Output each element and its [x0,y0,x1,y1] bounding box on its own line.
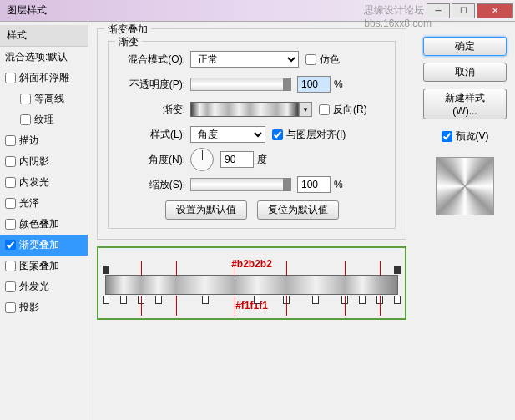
reverse-checkbox[interactable] [319,104,330,115]
annotation-line [345,296,346,316]
sidebar: 样式 混合选项:默认 斜面和浮雕等高线纹理描边内阴影内发光光泽颜色叠加渐变叠加图… [0,22,88,420]
sidebar-item-label: 图案叠加 [19,259,59,273]
annotation-line [345,261,346,276]
sidebar-item-10[interactable]: 外发光 [0,276,88,297]
right-panel: 确定 取消 新建样式(W)... 预览(V) [415,22,515,420]
angle-unit: 度 [257,153,267,167]
sidebar-item-9[interactable]: 图案叠加 [0,256,88,276]
dither-label: 仿色 [320,53,340,67]
sidebar-item-7[interactable]: 颜色叠加 [0,214,88,235]
close-button[interactable]: ✕ [477,3,513,18]
sidebar-item-label: 颜色叠加 [19,217,59,231]
new-style-button[interactable]: 新建样式(W)... [423,89,507,119]
sidebar-item-2[interactable]: 纹理 [0,109,88,130]
blend-mode-select[interactable]: 正常 [190,51,299,68]
angle-input[interactable] [220,151,254,168]
style-label: 样式(L): [119,128,185,142]
sidebar-item-label: 外发光 [19,280,49,294]
group-gradient-overlay: 渐变叠加 渐变 混合模式(O): 正常 仿色 不透明度(P): % 渐变: ▼ … [97,28,406,240]
set-default-button[interactable]: 设置为默认值 [165,200,247,220]
annotation-line [380,296,381,316]
cancel-button[interactable]: 取消 [423,63,507,82]
angle-dial[interactable] [190,148,214,171]
sidebar-item-4[interactable]: 内阴影 [0,151,88,172]
sidebar-item-3[interactable]: 描边 [0,130,88,151]
angle-label: 角度(N): [119,153,185,167]
annotation-line [235,261,235,276]
main-panel: 渐变叠加 渐变 混合模式(O): 正常 仿色 不透明度(P): % 渐变: ▼ … [88,22,415,420]
reset-default-button[interactable]: 复位为默认值 [257,200,339,220]
sidebar-checkbox[interactable] [5,281,16,292]
gradient-preview[interactable] [190,102,299,117]
sidebar-checkbox[interactable] [5,156,16,167]
annotation-line [235,296,235,316]
color-stop[interactable] [120,296,127,304]
sidebar-item-1[interactable]: 等高线 [0,89,88,109]
sidebar-checkbox[interactable] [5,198,16,209]
opacity-stop[interactable] [394,266,401,274]
scale-unit: % [334,179,343,190]
color-stop[interactable] [394,296,401,304]
sidebar-checkbox[interactable] [5,302,16,313]
sidebar-checkbox[interactable] [5,73,16,83]
blend-mode-label: 混合模式(O): [119,53,185,67]
annotation-line [286,261,287,276]
sidebar-item-label: 光泽 [19,196,39,210]
color-stop[interactable] [103,296,109,304]
align-checkbox[interactable] [272,129,283,140]
sidebar-checkbox[interactable] [5,240,16,250]
sidebar-item-0[interactable]: 斜面和浮雕 [0,68,88,89]
sidebar-item-8[interactable]: 渐变叠加 [0,235,88,256]
maximize-button[interactable]: ☐ [452,3,475,18]
annotation-line [141,261,142,276]
annotation-line [286,296,287,316]
sidebar-item-label: 等高线 [34,92,64,106]
sidebar-item-5[interactable]: 内发光 [0,172,88,193]
sidebar-item-11[interactable]: 投影 [0,297,88,318]
dither-checkbox[interactable] [305,54,316,65]
titlebar: 图层样式 思缘设计论坛bbs.16xx8.com ─ ☐ ✕ [0,0,515,22]
scale-label: 缩放(S): [119,178,185,192]
style-select[interactable]: 角度 [190,126,265,143]
color-label-bottom: #f1f1f1 [105,300,398,311]
preview-thumbnail [436,157,494,215]
ok-button[interactable]: 确定 [423,37,507,56]
scale-input[interactable] [297,176,331,193]
sidebar-item-label: 描边 [19,134,39,148]
scale-slider[interactable] [190,178,290,191]
sidebar-checkbox[interactable] [5,135,16,146]
opacity-input[interactable] [297,76,331,93]
opacity-slider[interactable] [190,78,290,91]
color-stop[interactable] [155,296,162,304]
color-stop[interactable] [312,296,319,304]
inner-group-title: 渐变 [115,35,142,49]
sidebar-checkbox[interactable] [5,261,16,271]
color-stop[interactable] [359,296,366,304]
window-title: 图层样式 [0,3,47,18]
sidebar-item-label: 内阴影 [19,154,49,169]
sidebar-blend-options[interactable]: 混合选项:默认 [0,47,88,68]
align-label: 与图层对齐(I) [286,128,346,142]
color-stop[interactable] [202,296,209,304]
sidebar-item-6[interactable]: 光泽 [0,193,88,214]
sidebar-item-label: 斜面和浮雕 [19,71,69,85]
sidebar-checkbox[interactable] [5,177,16,188]
color-stop[interactable] [254,296,260,304]
sidebar-item-label: 内发光 [19,175,49,190]
preview-checkbox[interactable] [442,131,452,142]
sidebar-header-styles[interactable]: 样式 [0,25,88,47]
sidebar-checkbox[interactable] [5,219,16,230]
gradient-editor-annotation: #b2b2b2 #f1f1f1 [97,246,406,320]
sidebar-item-label: 纹理 [34,113,54,127]
opacity-stop[interactable] [103,266,109,274]
annotation-line [141,296,142,316]
opacity-label: 不透明度(P): [119,78,185,92]
sidebar-item-label: 渐变叠加 [19,238,59,252]
opacity-unit: % [334,78,343,90]
reverse-label: 反向(R) [333,103,367,117]
gradient-label: 渐变: [119,103,185,117]
gradient-bar[interactable] [105,275,398,295]
sidebar-checkbox[interactable] [20,114,31,125]
gradient-dropdown-icon[interactable]: ▼ [299,102,312,117]
sidebar-checkbox[interactable] [20,94,31,104]
